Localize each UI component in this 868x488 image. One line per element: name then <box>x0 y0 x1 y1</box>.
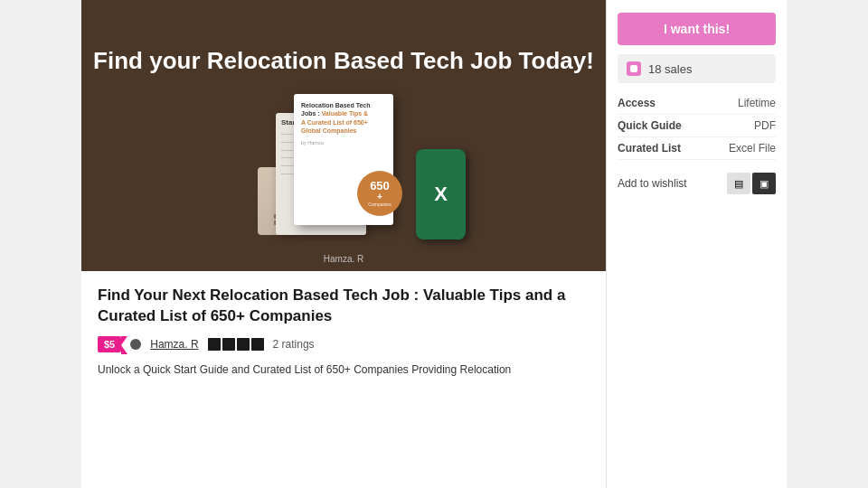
rating-block-2 <box>222 338 235 351</box>
sales-badge: 18 sales <box>618 54 776 83</box>
sales-text: 18 sales <box>648 62 692 76</box>
excel-icon: X <box>434 183 448 206</box>
rating-block-3 <box>237 338 250 351</box>
content-section: Find Your Next Relocation Based Tech Job… <box>81 271 606 488</box>
phone-mockup: X <box>416 149 466 239</box>
access-value: Lifetime <box>709 92 776 115</box>
product-description: Unlock a Quick Start Guide and Curated L… <box>98 361 590 378</box>
badge-circle: 650 + Companies <box>357 171 402 216</box>
right-panel: I want this! 18 sales Access Lifetime Qu… <box>606 0 787 488</box>
wishlist-btn-light[interactable]: ▤ <box>727 173 750 194</box>
sales-icon-inner <box>630 65 637 72</box>
info-table: Access Lifetime Quick Guide PDF Curated … <box>618 92 776 160</box>
quick-guide-value: PDF <box>709 115 776 137</box>
wishlist-row: Add to wishlist ▤ ▣ <box>618 173 776 194</box>
hero-author: Hamza. R <box>324 254 363 264</box>
main-container: Find your Relocation Based Tech Job Toda… <box>81 0 606 488</box>
access-row: Access Lifetime <box>618 92 776 115</box>
book-cover-title: Relocation Based TechJobs : Valuable Tip… <box>301 101 371 134</box>
product-title: Find Your Next Relocation Based Tech Job… <box>98 286 590 327</box>
sales-icon <box>627 61 641 76</box>
phone-screen: X <box>416 149 466 239</box>
curated-list-label: Curated List <box>618 137 709 160</box>
wishlist-buttons: ▤ ▣ <box>727 173 776 194</box>
wishlist-label: Add to wishlist <box>618 177 722 190</box>
author-name[interactable]: Hamza. R <box>150 338 198 351</box>
curated-list-row: Curated List Excel File <box>618 137 776 160</box>
book-mockup: Started: ───────────────────────────────… <box>294 94 393 225</box>
ratings-count: 2 ratings <box>273 338 315 351</box>
rating-blocks <box>208 338 264 351</box>
badge-companies: Companies <box>368 202 391 207</box>
rating-block-4 <box>251 338 264 351</box>
book-author: by Hamza <box>301 140 324 145</box>
rating-block-1 <box>208 338 221 351</box>
curated-list-value: Excel File <box>709 137 776 160</box>
hero-title: Find your Relocation Based Tech Job Toda… <box>93 46 594 77</box>
price-badge: $5 <box>98 336 121 352</box>
meta-row: $5 Hamza. R 2 ratings <box>98 336 590 352</box>
book-cover: Relocation Based TechJobs : Valuable Tip… <box>294 94 393 225</box>
quick-guide-label: Quick Guide <box>618 115 709 137</box>
quick-guide-row: Quick Guide PDF <box>618 115 776 137</box>
want-button[interactable]: I want this! <box>618 13 776 45</box>
page-wrapper: Find your Relocation Based Tech Job Toda… <box>0 0 868 488</box>
badge-plus: + <box>377 192 382 202</box>
hero-section: Find your Relocation Based Tech Job Toda… <box>81 0 606 271</box>
badge-number: 650 <box>370 180 390 192</box>
avatar <box>130 339 141 350</box>
wishlist-btn-dark[interactable]: ▣ <box>752 173 776 194</box>
access-label: Access <box>618 92 709 115</box>
